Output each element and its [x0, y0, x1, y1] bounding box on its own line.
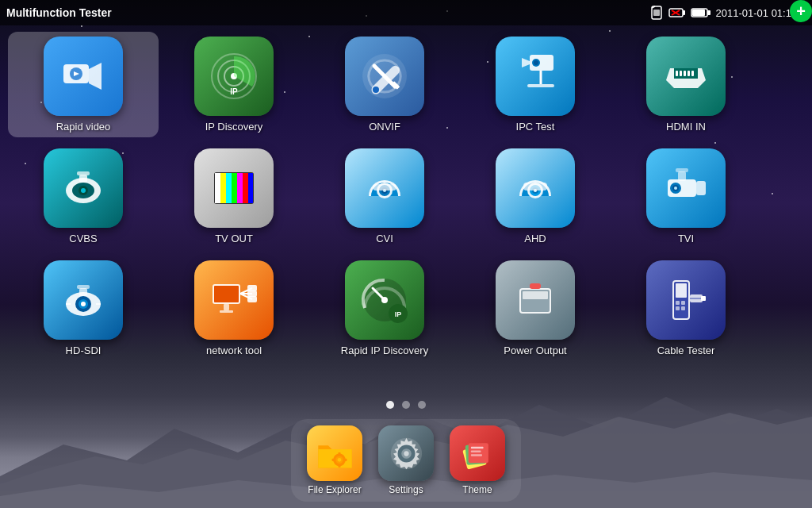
dock-file-explorer-label: File Explorer	[308, 484, 361, 495]
svg-rect-101	[681, 306, 685, 310]
svg-rect-83	[247, 296, 257, 302]
svg-rect-11	[707, 10, 710, 15]
svg-rect-84	[224, 304, 229, 310]
svg-rect-48	[237, 173, 243, 203]
svg-rect-47	[232, 173, 237, 203]
sim-icon	[649, 6, 664, 20]
page-dot-1[interactable]	[386, 401, 394, 409]
app-network-tool[interactable]: network tool	[159, 256, 309, 361]
app-tv-out-icon	[194, 148, 274, 228]
dock-theme[interactable]: Theme	[450, 425, 505, 495]
app-row-2: CVBS TV OUT	[8, 144, 804, 249]
app-ipc-test[interactable]: IPC Test	[460, 32, 611, 137]
status-bar: Multifunction Tester 2011-01-01 01:17:4	[0, 0, 812, 25]
page-dot-2[interactable]	[402, 401, 410, 409]
app-network-tool-label: network tool	[206, 344, 262, 356]
dock-settings[interactable]: Settings	[378, 425, 434, 495]
app-tvi[interactable]: TVI	[611, 144, 761, 249]
rapid-video-svg	[56, 48, 111, 104]
svg-rect-109	[331, 458, 335, 460]
app-rapid-video[interactable]: Rapid video	[8, 32, 159, 137]
cvbs-svg	[56, 160, 111, 216]
app-rapid-ip-discovery-icon: IP	[345, 260, 424, 340]
app-hd-sdi-icon	[44, 260, 123, 340]
app-cvbs-icon	[44, 148, 123, 228]
power-output-svg	[508, 272, 563, 328]
svg-rect-100	[676, 306, 680, 310]
app-tv-out[interactable]: TV OUT	[159, 144, 309, 249]
app-cvbs[interactable]: CVBS	[8, 144, 159, 249]
app-rapid-video-label: Rapid video	[56, 121, 111, 133]
svg-rect-118	[468, 443, 488, 463]
app-tvi-icon	[646, 148, 726, 228]
svg-point-71	[81, 302, 86, 306]
svg-rect-41	[79, 175, 87, 183]
onvif-svg	[357, 48, 412, 104]
svg-rect-82	[247, 291, 257, 297]
app-onvif-label: ONVIF	[369, 121, 400, 133]
svg-rect-98	[676, 301, 680, 305]
add-button[interactable]: +	[790, 0, 812, 22]
theme-svg	[456, 432, 500, 475]
svg-rect-35	[688, 71, 690, 76]
svg-point-111	[337, 458, 341, 462]
svg-rect-45	[220, 173, 226, 203]
app-ahd-icon	[496, 148, 575, 228]
app-cable-tester-icon	[646, 260, 726, 340]
app-ipc-test-icon	[496, 37, 575, 116]
app-hd-sdi[interactable]: HD-SDI	[8, 256, 159, 361]
app-ipc-test-label: IPC Test	[516, 121, 555, 133]
svg-rect-120	[470, 450, 481, 452]
app-rapid-video-icon	[44, 37, 123, 116]
svg-point-40	[81, 188, 86, 193]
app-hdmi-in[interactable]: HDMI IN	[611, 32, 761, 137]
svg-rect-66	[678, 171, 686, 181]
app-onvif[interactable]: ONVIF	[309, 32, 460, 137]
svg-rect-94	[523, 291, 548, 299]
dock-settings-label: Settings	[389, 484, 423, 495]
file-explorer-svg	[313, 432, 357, 475]
app-tvi-label: TVI	[678, 233, 694, 244]
svg-text:IP: IP	[230, 87, 238, 96]
svg-rect-99	[681, 301, 685, 305]
app-ip-discovery-icon: IP	[194, 37, 274, 116]
svg-point-31	[534, 60, 538, 65]
svg-rect-29	[527, 84, 554, 87]
page-dot-3[interactable]	[418, 401, 426, 409]
status-right: 2011-01-01 01:17:4	[649, 6, 806, 20]
app-hdmi-in-icon	[646, 37, 726, 116]
svg-rect-33	[680, 71, 682, 76]
cable-tester-svg	[658, 272, 714, 328]
svg-rect-34	[684, 71, 686, 76]
svg-rect-104	[701, 296, 706, 301]
hdmi-in-svg	[658, 48, 714, 104]
app-cvi[interactable]: CVI	[309, 144, 460, 249]
dock-theme-label: Theme	[462, 484, 492, 495]
app-ahd-label: AHD	[524, 233, 546, 244]
tv-out-svg	[206, 160, 262, 216]
dock-file-explorer[interactable]: File Explorer	[307, 425, 362, 495]
svg-rect-44	[215, 173, 220, 203]
svg-rect-121	[470, 454, 481, 456]
app-rapid-ip-discovery[interactable]: IP Rapid IP Discovery	[309, 256, 460, 361]
app-row-3: HD-SDI	[8, 256, 804, 361]
battery-icon	[691, 7, 711, 18]
tvi-svg	[658, 160, 714, 216]
svg-rect-92	[530, 283, 541, 289]
svg-text:IP: IP	[395, 310, 402, 318]
svg-rect-50	[248, 173, 253, 203]
svg-point-115	[404, 451, 408, 456]
app-power-output-icon	[496, 260, 575, 340]
app-cable-tester[interactable]: Cable Tester	[611, 256, 761, 361]
app-cvi-label: CVI	[376, 233, 393, 244]
cvi-svg	[357, 160, 412, 216]
app-title: Multifunction Tester	[6, 6, 112, 19]
svg-rect-108	[338, 464, 340, 468]
app-onvif-icon	[345, 37, 424, 116]
app-power-output[interactable]: Power Output	[460, 256, 611, 361]
svg-point-25	[373, 87, 379, 93]
app-ip-discovery[interactable]: IP IP Discovery	[159, 32, 309, 137]
page-dots	[386, 401, 426, 409]
app-cable-tester-label: Cable Tester	[657, 344, 715, 356]
app-ahd[interactable]: AHD	[460, 144, 611, 249]
